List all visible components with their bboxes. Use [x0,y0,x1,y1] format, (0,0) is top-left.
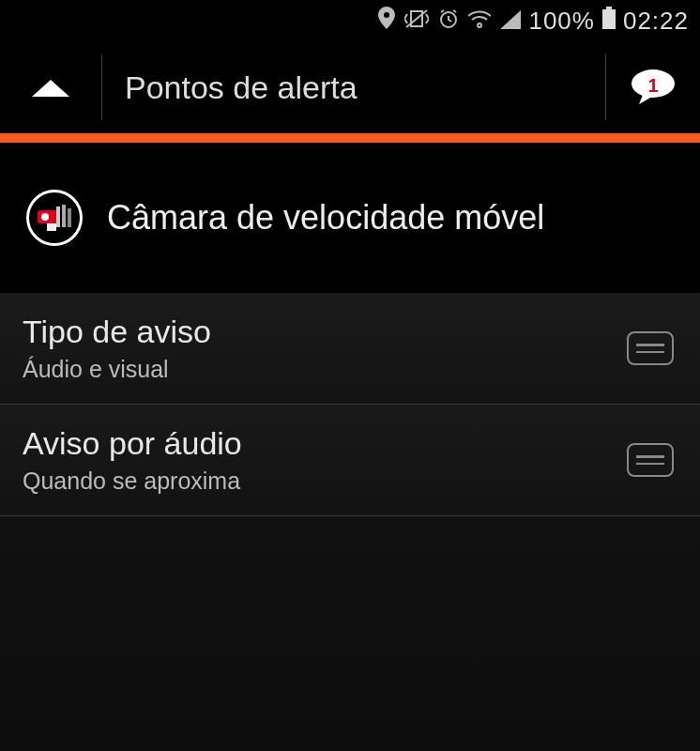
chevron-up-icon [28,74,73,100]
setting-title: Aviso por áudio [23,425,242,462]
section-header: Câmara de velocidade móvel [0,143,700,293]
back-button[interactable] [0,41,101,133]
battery-percent: 100% [528,7,595,36]
clock: 02:22 [623,7,689,36]
svg-point-6 [41,213,49,221]
svg-rect-3 [606,7,612,9]
chat-button[interactable]: 1 [606,41,700,133]
battery-icon [602,7,616,36]
signal-icon [500,7,521,36]
speed-camera-icon [26,190,83,246]
setting-text: Tipo de aviso Áudio e visual [23,314,211,383]
accent-strip [0,133,700,143]
alarm-icon [438,7,459,36]
svg-rect-2 [602,9,616,29]
location-icon [378,7,395,36]
svg-rect-9 [68,208,71,227]
chat-badge-count: 1 [647,75,658,97]
setting-subtitle: Áudio e visual [23,356,211,383]
settings-list: Tipo de aviso Áudio e visual Aviso por á… [0,293,700,516]
vibrate-icon [404,7,429,36]
svg-rect-8 [62,205,66,227]
status-icons [378,7,521,36]
setting-title: Tipo de aviso [23,314,211,350]
svg-rect-7 [56,207,60,227]
svg-line-0 [406,10,427,27]
list-select-icon [627,331,674,365]
wifi-icon [468,7,491,36]
list-select-icon [627,443,674,477]
setting-audio-warning[interactable]: Aviso por áudio Quando se aproxima [0,405,700,516]
section-title: Câmara de velocidade móvel [107,198,544,238]
page-title: Pontos de alerta [102,69,605,106]
app-bar: Pontos de alerta 1 [0,41,700,133]
setting-text: Aviso por áudio Quando se aproxima [23,425,242,495]
status-bar: 100% 02:22 [0,0,700,41]
svg-rect-10 [47,223,56,231]
setting-warning-type[interactable]: Tipo de aviso Áudio e visual [0,293,700,405]
setting-subtitle: Quando se aproxima [23,467,242,495]
